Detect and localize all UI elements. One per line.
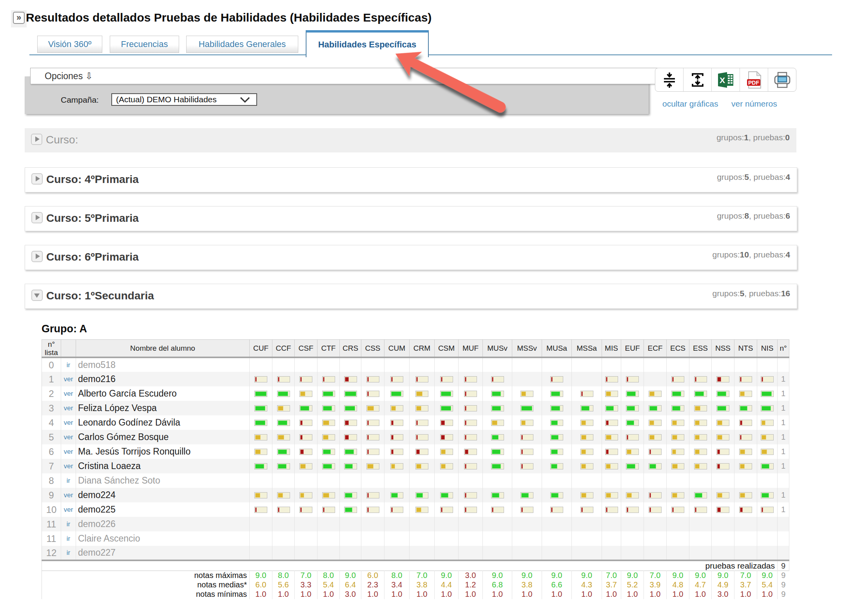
svg-text:PDF: PDF <box>748 80 759 86</box>
svg-text:X: X <box>719 76 725 85</box>
